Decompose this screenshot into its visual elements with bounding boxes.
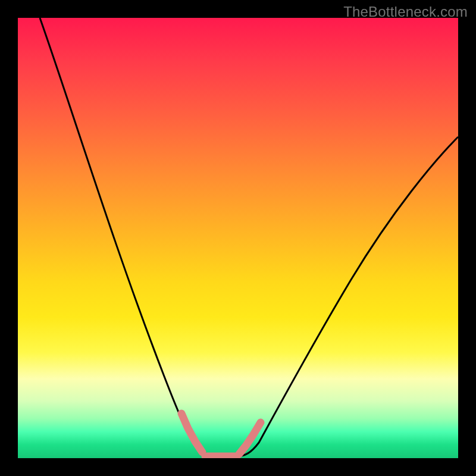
plot-area xyxy=(18,18,458,458)
chart-frame: TheBottleneck.com xyxy=(0,0,476,476)
right-slope-marker xyxy=(239,422,261,454)
bottleneck-curve xyxy=(40,18,458,456)
curve-layer xyxy=(18,18,458,458)
left-slope-marker xyxy=(181,414,202,452)
